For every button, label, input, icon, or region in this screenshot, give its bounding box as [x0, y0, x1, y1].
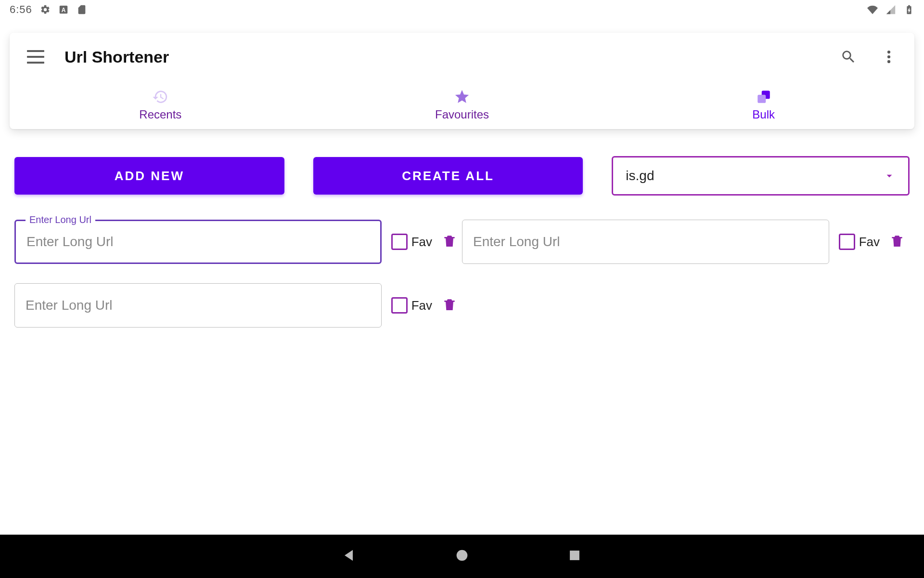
- fav-group: Fav: [391, 297, 432, 314]
- bulk-content: ADD NEW CREATE ALL is.gd Enter Long Url …: [0, 129, 924, 347]
- svg-point-2: [887, 51, 890, 53]
- wifi-icon: [867, 4, 878, 15]
- language-a-icon: A: [58, 4, 69, 15]
- app-title: Url Shortener: [64, 48, 169, 66]
- tab-label: Bulk: [752, 108, 775, 121]
- overflow-menu-button[interactable]: [881, 49, 897, 65]
- svg-point-7: [457, 550, 468, 561]
- nav-recents-button[interactable]: [566, 547, 583, 565]
- long-url-field[interactable]: Enter Long Url: [14, 283, 382, 328]
- svg-text:A: A: [62, 7, 66, 13]
- status-clock: 6:56: [10, 3, 32, 16]
- app-surface: Url Shortener Recents Favourites Bulk: [10, 33, 914, 129]
- circle-home-icon: [454, 547, 470, 564]
- status-left: 6:56 A: [10, 3, 87, 16]
- create-all-button[interactable]: CREATE ALL: [313, 157, 583, 195]
- copy-stack-icon: [756, 89, 772, 105]
- tab-favourites[interactable]: Favourites: [311, 81, 613, 129]
- provider-selected-value: is.gd: [626, 168, 654, 184]
- svg-point-4: [887, 60, 890, 63]
- menu-hamburger-icon[interactable]: [27, 50, 44, 64]
- delete-row-button[interactable]: [442, 296, 457, 315]
- delete-row-button[interactable]: [889, 232, 905, 251]
- field-float-label: Enter Long Url: [26, 214, 95, 225]
- svg-rect-8: [570, 551, 579, 560]
- svg-rect-6: [757, 95, 766, 103]
- square-recents-icon: [566, 547, 583, 564]
- trash-icon: [889, 232, 905, 250]
- history-icon: [152, 89, 168, 105]
- tab-bar: Recents Favourites Bulk: [10, 81, 914, 129]
- tab-label: Favourites: [435, 108, 489, 121]
- tab-bulk[interactable]: Bulk: [613, 81, 914, 129]
- triangle-back-icon: [341, 547, 358, 564]
- trash-icon: [442, 232, 457, 250]
- nav-back-button[interactable]: [341, 547, 358, 565]
- long-url-field[interactable]: Enter Long Url: [14, 220, 382, 264]
- more-vert-icon: [881, 49, 897, 65]
- long-url-input[interactable]: [26, 234, 370, 250]
- provider-select[interactable]: is.gd: [612, 156, 910, 196]
- settings-gear-icon: [40, 4, 51, 15]
- url-row: Enter Long Url Fav: [14, 283, 462, 328]
- tab-label: Recents: [139, 108, 181, 121]
- tab-recents[interactable]: Recents: [10, 81, 311, 129]
- long-url-input[interactable]: [473, 234, 818, 250]
- delete-row-button[interactable]: [442, 232, 457, 251]
- fav-label: Fav: [411, 298, 432, 313]
- android-nav-bar: [0, 535, 924, 578]
- fav-label: Fav: [859, 235, 880, 250]
- chevron-down-icon: [883, 170, 896, 182]
- svg-point-3: [887, 55, 890, 58]
- fav-checkbox[interactable]: [391, 297, 408, 314]
- long-url-field[interactable]: Enter Long Url: [462, 220, 829, 264]
- fav-label: Fav: [411, 235, 432, 250]
- fav-checkbox[interactable]: [391, 234, 408, 250]
- trash-icon: [442, 296, 457, 313]
- url-row: Enter Long Url Fav: [14, 220, 462, 264]
- long-url-input[interactable]: [26, 298, 371, 313]
- status-right: [867, 4, 914, 15]
- cell-signal-icon: [886, 4, 896, 15]
- fav-checkbox[interactable]: [839, 234, 855, 250]
- star-icon: [454, 89, 470, 105]
- action-row: ADD NEW CREATE ALL is.gd: [14, 156, 910, 196]
- app-bar: Url Shortener: [10, 33, 914, 81]
- url-rows: Enter Long Url Fav Enter Long Url Fav: [14, 220, 910, 347]
- add-new-button[interactable]: ADD NEW: [14, 157, 284, 195]
- fav-group: Fav: [391, 234, 432, 250]
- url-row: Enter Long Url Fav: [462, 220, 910, 264]
- sd-card-icon: [77, 4, 87, 15]
- search-button[interactable]: [840, 49, 857, 65]
- battery-charging-icon: [904, 4, 914, 15]
- android-status-bar: 6:56 A: [0, 0, 924, 19]
- search-icon: [840, 49, 857, 65]
- nav-home-button[interactable]: [454, 547, 470, 565]
- fav-group: Fav: [839, 234, 880, 250]
